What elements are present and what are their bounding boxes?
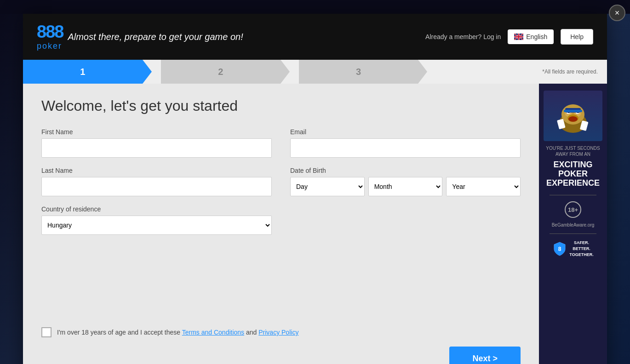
age-18-badge: 18+	[565, 201, 581, 218]
tagline: Almost there, prepare to get your game o…	[68, 32, 425, 42]
first-name-group: First Name	[41, 128, 272, 158]
next-section: Next >	[23, 347, 539, 364]
ad-dog-image	[544, 91, 602, 141]
dog-illustration	[552, 95, 594, 136]
ad-divider-2	[550, 233, 596, 234]
ad-shield-section: 8 SAFER. BETTER. TOGETHER.	[552, 240, 593, 257]
svg-point-10	[568, 116, 578, 122]
ad-divider	[550, 195, 596, 195]
member-text: Already a member? Log in	[425, 33, 501, 40]
last-name-label: Last Name	[41, 167, 272, 174]
last-name-input[interactable]	[41, 177, 272, 196]
welcome-title: Welcome, let's get you started	[41, 97, 521, 114]
close-button[interactable]: ×	[609, 5, 625, 21]
next-button[interactable]: Next >	[449, 347, 521, 364]
dob-day-select[interactable]: Day 1234 5678 9101112 13141516 17181920 …	[290, 177, 365, 196]
steps-bar: 1 2 3 *All fields are required.	[23, 60, 607, 84]
login-link[interactable]: Log in	[483, 33, 501, 40]
country-label: Country of residence	[41, 205, 272, 213]
ad-away-text: AWAY FROM AN	[556, 152, 590, 157]
logo-area: 888 poker	[37, 23, 63, 51]
terms-text: I'm over 18 years of age and I accept th…	[57, 329, 298, 336]
language-button[interactable]: English	[508, 29, 554, 44]
ad-headline-1: EXCITING	[553, 160, 592, 170]
form-grid: First Name Last Name Country of residenc…	[41, 128, 521, 244]
flag-icon	[514, 34, 523, 40]
step2-arrow	[281, 60, 290, 84]
dob-group: Date of Birth Day 1234 5678 9101112 1314…	[290, 167, 521, 196]
language-label: English	[526, 33, 547, 40]
header: 888 poker Almost there, prepare to get y…	[23, 14, 607, 60]
step1-arrow	[143, 60, 152, 84]
country-select[interactable]: Hungary Afghanistan Albania United Kingd…	[41, 216, 272, 235]
svg-text:8: 8	[558, 246, 561, 252]
step-1[interactable]: 1	[23, 60, 143, 84]
ad-you-text: YOU'RE JUST SECONDS	[546, 146, 600, 151]
dob-month-select[interactable]: Month JanuaryFebruaryMarch AprilMayJune …	[368, 177, 443, 196]
sidebar-ad: YOU'RE JUST SECONDS AWAY FROM AN EXCITIN…	[539, 84, 607, 364]
country-group: Country of residence Hungary Afghanistan…	[41, 205, 272, 235]
ad-headline-2: POKER	[558, 170, 588, 179]
dob-label: Date of Birth	[290, 167, 521, 174]
close-icon: ×	[615, 8, 620, 18]
email-label: Email	[290, 128, 521, 136]
gamble-aware-text: BeGambleAware.org	[552, 222, 595, 228]
svg-rect-12	[564, 110, 582, 112]
email-input[interactable]	[290, 138, 521, 158]
step-2[interactable]: 2	[161, 60, 281, 84]
dob-year-select[interactable]: Year 200520042003 200220012000 199919981…	[446, 177, 521, 196]
terms-section: I'm over 18 years of age and I accept th…	[23, 318, 539, 347]
shield-icon: 8	[552, 241, 567, 256]
logo-poker: poker	[37, 41, 62, 51]
required-note: *All fields are required.	[538, 68, 598, 75]
form-section: Welcome, let's get you started First Nam…	[23, 84, 539, 318]
first-name-input[interactable]	[41, 138, 272, 158]
step3-arrow	[418, 60, 427, 84]
dob-container: Day 1234 5678 9101112 13141516 17181920 …	[290, 177, 521, 196]
privacy-policy-link[interactable]: Privacy Policy	[258, 329, 298, 336]
main-content: Welcome, let's get you started First Nam…	[23, 84, 607, 364]
help-button[interactable]: Help	[561, 29, 593, 45]
last-name-group: Last Name	[41, 167, 272, 196]
safer-text: SAFER. BETTER. TOGETHER.	[569, 240, 593, 257]
step-3[interactable]: 3	[299, 60, 418, 84]
email-group: Email	[290, 128, 521, 158]
terms-checkbox[interactable]	[41, 327, 52, 337]
ad-headline-3: EXPERIENCE	[546, 179, 600, 188]
header-right: Already a member? Log in English	[425, 29, 593, 45]
first-name-label: First Name	[41, 128, 272, 136]
terms-conditions-link[interactable]: Terms and Conditions	[182, 329, 244, 336]
logo-888: 888	[37, 23, 63, 40]
terms-row: I'm over 18 years of age and I accept th…	[41, 327, 521, 337]
